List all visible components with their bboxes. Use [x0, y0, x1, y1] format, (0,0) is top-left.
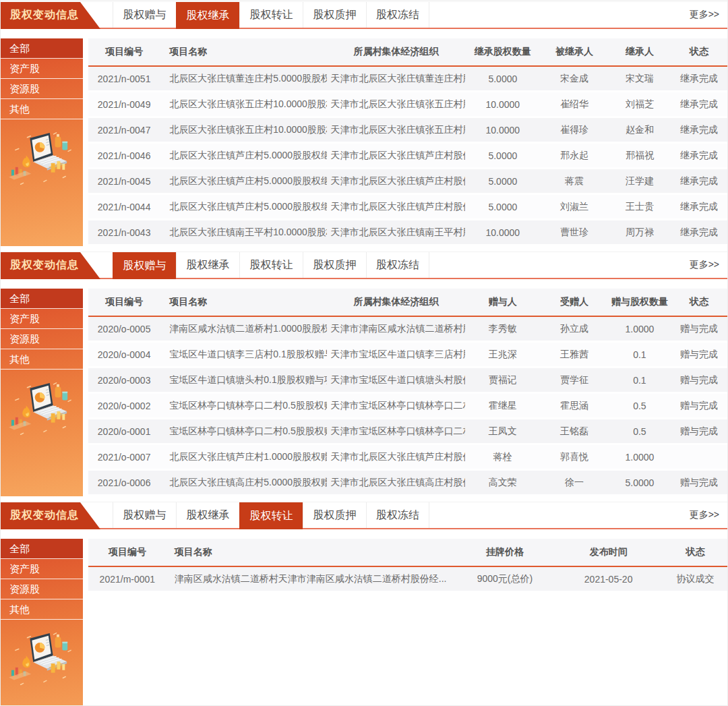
table-row[interactable]: 2021/n-0045 北辰区大张庄镇芦庄村5.0000股股权继承... 天津市…	[88, 169, 727, 194]
equity-tab[interactable]: 股权质押	[303, 2, 366, 28]
panel-body: 全部资产股资源股其他 项目编号项目名称所属村集体经济组织继承股权数量被继承人继承…	[1, 38, 727, 246]
table-row[interactable]: 2021/n-0049 北辰区大张庄镇张五庄村10.0000股股权继... 天津…	[88, 92, 727, 117]
cell-project-id: 2021/o-0006	[88, 470, 160, 496]
column-header: 项目名称	[160, 289, 326, 316]
column-header: 赠与股权数量	[609, 289, 671, 316]
cell-project-id: 2021/m-0001	[88, 566, 166, 592]
equity-tab[interactable]: 股权继承	[176, 2, 239, 29]
panel-title-ribbon: 股权变动信息	[1, 502, 102, 529]
table-row[interactable]: 2020/o-0001 宝坻区林亭口镇林亭口二村0.5股股权赠与... 天津市宝…	[88, 419, 727, 444]
sidebar-item[interactable]: 全部	[1, 539, 83, 559]
equity-tab[interactable]: 股权冻结	[366, 502, 429, 528]
table-row[interactable]: 2021/n-0047 北辰区大张庄镇张五庄村10.0000股股权继... 天津…	[88, 117, 727, 143]
cell-recipient: 郭喜悦	[540, 444, 609, 470]
cell-recipient: 王铭磊	[540, 419, 609, 444]
more-link[interactable]: 更多>>	[690, 509, 727, 521]
equity-tab[interactable]: 股权转让	[239, 252, 303, 278]
cell-organization: 天津市津南区咸水沽镇二道桥村股...	[327, 316, 466, 342]
sidebar-item[interactable]: 资源股	[1, 579, 83, 599]
equity-tab[interactable]: 股权赠与	[113, 252, 176, 279]
equity-tab[interactable]: 股权赠与	[113, 2, 176, 28]
column-header: 项目编号	[88, 539, 166, 566]
cell-donor: 李秀敏	[465, 316, 540, 342]
table-row[interactable]: 2021/o-0007 北辰区大张庄镇芦庄村1.0000股股权赠与... 天津市…	[88, 444, 727, 470]
equity-tab[interactable]: 股权质押	[303, 502, 366, 528]
cell-donor: 高文荣	[465, 470, 540, 496]
sidebar-item[interactable]: 其他	[1, 599, 83, 620]
cell-decedent: 曹世珍	[540, 220, 609, 245]
table-row[interactable]: 2021/n-0043 北辰区大张庄镇南王平村10.0000股股权继... 天津…	[88, 220, 727, 245]
cell-organization: 天津市北辰区大张庄镇董连庄村股...	[327, 66, 466, 92]
sidebar-item[interactable]: 资源股	[1, 329, 83, 349]
cell-status: 继承完成	[671, 143, 727, 169]
sidebar-item[interactable]: 其他	[1, 349, 83, 370]
tab-group: 股权赠与股权继承股权转让股权质押股权冻结	[113, 2, 429, 28]
sidebar-menu: 全部资产股资源股其他	[1, 38, 83, 119]
table-row[interactable]: 2020/o-0004 宝坻区牛道口镇李三店村0.1股股权赠与项目 天津市宝坻区…	[88, 342, 727, 367]
sidebar-item[interactable]: 其他	[1, 99, 83, 119]
sidebar-item[interactable]: 资产股	[1, 309, 83, 329]
cell-project-id: 2021/n-0043	[88, 220, 160, 245]
sidebar-item[interactable]: 全部	[1, 289, 83, 309]
cell-status: 继承完成	[671, 169, 727, 194]
table-row[interactable]: 2021/m-0001 津南区咸水沽镇二道桥村天津市津南区咸水沽镇二道桥村股份经…	[88, 566, 727, 592]
column-header: 继承股权数量	[465, 38, 540, 66]
table-row[interactable]: 2021/n-0046 北辰区大张庄镇芦庄村5.0000股股权继承... 天津市…	[88, 143, 727, 169]
table-row[interactable]: 2020/o-0002 宝坻区林亭口镇林亭口二村0.5股股权赠与... 天津市宝…	[88, 393, 727, 419]
cell-project-id: 2021/n-0051	[88, 66, 160, 92]
sidebar-item[interactable]: 资产股	[1, 559, 83, 579]
sidebar-menu: 全部资产股资源股其他	[1, 289, 83, 370]
cell-project-id: 2020/o-0003	[88, 367, 160, 393]
equity-tab[interactable]: 股权冻结	[366, 2, 429, 28]
table-row[interactable]: 2021/n-0044 北辰区大张庄镇芦庄村5.0000股股权继承... 天津市…	[88, 194, 727, 220]
table-row[interactable]: 2021/n-0051 北辰区大张庄镇董连庄村5.0000股股权继... 天津市…	[88, 66, 727, 92]
cell-project-id: 2021/o-0007	[88, 444, 160, 470]
cell-recipient: 徐一	[540, 470, 609, 496]
table-row[interactable]: 2021/o-0006 北辰区大张庄镇高庄村5.0000股股权赠与... 天津市…	[88, 470, 727, 496]
panel-equity-transfer: 股权变动信息 股权赠与股权继承股权转让股权质押股权冻结 更多>> 全部资产股资源…	[1, 502, 727, 706]
cell-project-id: 2021/n-0047	[88, 117, 160, 143]
category-sidebar: 全部资产股资源股其他	[1, 38, 83, 246]
equity-tab[interactable]: 股权继承	[176, 252, 239, 278]
column-header: 赠与人	[465, 289, 540, 316]
cell-quantity: 0.1	[609, 342, 671, 367]
cell-quantity: 10.0000	[465, 117, 540, 143]
cell-quantity: 1.0000	[609, 316, 671, 342]
cell-quantity: 5.0000	[465, 143, 540, 169]
cell-status: 赠与完成	[671, 393, 727, 419]
cell-status: 赠与完成	[671, 316, 727, 342]
cell-status: 协议成交	[663, 566, 727, 592]
more-link[interactable]: 更多>>	[690, 9, 727, 21]
cell-project-id: 2020/o-0005	[88, 316, 160, 342]
cell-project-id: 2020/o-0001	[88, 419, 160, 444]
cell-project-name: 宝坻区牛道口镇李三店村0.1股股权赠与项目	[160, 342, 326, 367]
inheritance-table: 项目编号项目名称所属村集体经济组织继承股权数量被继承人继承人状态 2021/n-…	[88, 38, 727, 246]
panel-body: 全部资产股资源股其他 项目编号项目名称挂牌价格发布时间状态 2021/m-000	[1, 539, 727, 706]
column-header: 所属村集体经济组织	[327, 289, 466, 316]
equity-tab[interactable]: 股权继承	[176, 502, 239, 528]
sidebar-item[interactable]: 全部	[1, 38, 83, 59]
equity-tab[interactable]: 股权质押	[303, 252, 366, 278]
cell-quantity: 10.0000	[465, 220, 540, 245]
column-header: 项目编号	[88, 289, 160, 316]
cell-organization: 天津市北辰区大张庄镇芦庄村股份...	[327, 169, 466, 194]
table-row[interactable]: 2020/o-0003 宝坻区牛道口镇塘头村0.1股股权赠与项目 天津市宝坻区牛…	[88, 367, 727, 393]
equity-tab[interactable]: 股权转让	[239, 502, 303, 529]
cell-donor: 霍继星	[465, 393, 540, 419]
cell-organization: 天津市宝坻区牛道口镇塘头村股份...	[327, 367, 466, 393]
tab-bar: 股权变动信息 股权赠与股权继承股权转让股权质押股权冻结 更多>>	[1, 502, 727, 529]
table-row[interactable]: 2020/o-0005 津南区咸水沽镇二道桥村1.0000股股权赠... 天津市…	[88, 316, 727, 342]
cell-decedent: 崔得珍	[540, 117, 609, 143]
cell-project-name: 北辰区大张庄镇芦庄村5.0000股股权继承...	[160, 194, 326, 220]
equity-tab[interactable]: 股权赠与	[113, 502, 176, 528]
cell-heir: 刘福芝	[609, 92, 671, 117]
sidebar-item[interactable]: 资产股	[1, 59, 83, 79]
equity-tab[interactable]: 股权转让	[239, 2, 303, 28]
cell-organization: 天津市北辰区大张庄镇南王平村股...	[327, 220, 466, 245]
cell-project-id: 2021/n-0049	[88, 92, 160, 117]
panel-title-ribbon: 股权变动信息	[1, 252, 102, 279]
more-link[interactable]: 更多>>	[690, 259, 727, 271]
cell-quantity: 0.1	[609, 367, 671, 393]
sidebar-item[interactable]: 资源股	[1, 79, 83, 99]
equity-tab[interactable]: 股权冻结	[366, 252, 429, 278]
